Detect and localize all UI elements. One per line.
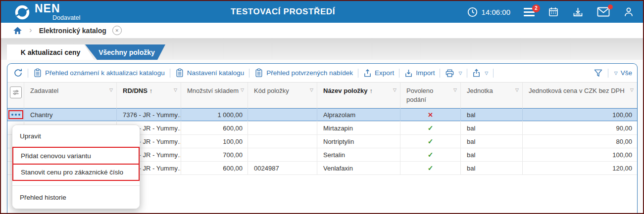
check-icon: ✓ — [400, 122, 461, 134]
document-icon — [175, 68, 184, 78]
filter-triangle-icon[interactable]: ▽ — [393, 87, 396, 93]
cell-jednotka: bal — [461, 108, 523, 121]
header-rd-dns[interactable]: RD/DNS↑ ▽ — [117, 83, 181, 108]
notifications-badge: 2 — [532, 4, 540, 12]
app-window: NEN Dodavatel TESTOVACÍ PROSTŘEDÍ 14:06:… — [0, 0, 644, 214]
user-profile-icon[interactable] — [623, 6, 634, 17]
filter-triangle-icon[interactable]: ▽ — [174, 87, 177, 93]
filter-triangle-icon[interactable]: ▽ — [630, 87, 634, 93]
cell-mnozstvi: 600,00 — [181, 122, 248, 134]
breadcrumb-chevron-icon: › — [29, 25, 32, 35]
filter-triangle-icon[interactable]: ▽ — [310, 87, 313, 93]
filter-triangle-icon[interactable]: ▽ — [109, 87, 113, 93]
cell-kod — [248, 148, 317, 161]
menu-item-pridat-cenovou-variantu[interactable]: Přidat cenovou variantu — [12, 147, 140, 165]
row-actions-button[interactable] — [8, 110, 23, 119]
share-dropdown-icon: ▽ — [485, 71, 488, 76]
environment-title: TESTOVACÍ PROSTŘEDÍ — [231, 1, 335, 23]
refresh-icon — [13, 68, 23, 78]
session-time: 14:06:00 — [467, 7, 510, 17]
tab-vsechny-polozky[interactable]: Všechny položky — [85, 44, 165, 60]
filter-triangle-icon[interactable]: ▽ — [241, 87, 244, 93]
view-all-dropdown-icon: ▽ — [614, 71, 618, 76]
print-button[interactable]: ▽ — [445, 69, 462, 78]
topbar-actions: 14:06:00 2 — [467, 1, 634, 23]
row-context-menu: Upravit Přidat cenovou variantu Stanovit… — [12, 125, 140, 209]
import-label: Import — [416, 69, 435, 77]
calendar-icon[interactable] — [548, 6, 559, 17]
menu-item-stanovit-cenu[interactable]: Stanovit cenu pro zákaznické číslo — [12, 164, 140, 181]
cell-nazev: Venlafaxin — [317, 162, 400, 174]
check-icon: ✓ — [400, 162, 461, 174]
menu-spacer — [12, 181, 140, 185]
clock-icon — [467, 7, 478, 17]
toolbar: Přehled oznámení k aktualizaci katalogu … — [7, 64, 637, 82]
filter-button[interactable] — [594, 69, 603, 78]
cell-cena: 90,00 — [523, 122, 637, 134]
print-dropdown-icon: ▽ — [458, 71, 462, 76]
toolbar-separator — [440, 69, 440, 78]
cell-mnozstvi: 600,00 — [181, 162, 248, 174]
prehled-potvrzenych-label: Přehled potvrzených nabídek — [266, 69, 353, 77]
notifications-menu-icon[interactable]: 2 — [524, 8, 535, 16]
export-label: Export — [375, 69, 394, 77]
brand-block: NEN Dodavatel — [35, 3, 80, 21]
prehled-potvrzenych-button[interactable]: Přehled potvrzených nabídek — [254, 68, 353, 78]
cell-nazev: Nortriptylin — [317, 135, 400, 148]
header-jednotka[interactable]: Jednotka ▽ — [461, 83, 523, 108]
cell-cena: 80,00 — [523, 135, 637, 148]
nen-logo[interactable]: NEN Dodavatel — [14, 3, 80, 21]
import-icon — [404, 69, 413, 78]
nastaveni-katalogu-button[interactable]: Nastavení katalogu — [175, 68, 245, 78]
mail-icon[interactable] — [597, 7, 610, 17]
cell-mnozstvi: 1 000,00 — [181, 108, 248, 121]
nen-logo-icon — [14, 4, 31, 21]
column-settings-header — [7, 83, 24, 108]
cell-kod — [248, 108, 317, 121]
menu-item-prehled-historie[interactable]: Přehled historie — [12, 186, 140, 209]
mail-unread-badge — [608, 4, 613, 9]
check-icon: ✓ — [400, 148, 461, 161]
breadcrumb-page-label[interactable]: Elektronický katalog — [39, 27, 106, 35]
toolbar-separator — [493, 69, 494, 78]
header-mnozstvi-skladem[interactable]: Množství skladem ▽ — [181, 83, 248, 108]
toolbar-separator — [399, 69, 399, 78]
header-povoleno-podani[interactable]: Povoleno podání ▽ — [400, 83, 461, 108]
menu-item-upravit[interactable]: Upravit — [12, 125, 140, 147]
inbox-download-icon[interactable] — [572, 6, 584, 18]
column-settings-icon[interactable] — [10, 86, 22, 98]
printer-icon — [445, 69, 454, 78]
filter-triangle-icon[interactable]: ▽ — [453, 87, 457, 93]
toolbar-right-group: ▽ Vše — [594, 69, 632, 78]
tab-k-aktualizaci-ceny[interactable]: K aktualizaci ceny — [7, 44, 94, 60]
share-button[interactable]: ▽ — [472, 69, 488, 78]
refresh-button[interactable] — [13, 68, 23, 78]
view-all-button[interactable]: ▽ Vše — [613, 69, 632, 77]
table-row[interactable]: Chantry 7376 - JR - Yummy… 1 000,00 Alpr… — [7, 108, 637, 122]
header-jednotkova-cena[interactable]: Jednotková cena v CZK bez DPH ▽ — [523, 83, 637, 108]
cell-kod — [248, 135, 317, 148]
header-kod-polozky[interactable]: Kód položky ▽ — [248, 83, 317, 108]
brand-name: NEN — [35, 3, 80, 14]
cell-cena: 120,00 — [523, 162, 637, 174]
cell-kod — [248, 122, 317, 134]
export-icon — [363, 69, 372, 78]
header-zadavatel[interactable]: Zadavatel ▽ — [24, 83, 117, 108]
breadcrumb-close-icon[interactable]: ✕ — [112, 26, 122, 35]
cell-rd-dns: 7376 - JR - Yummy… — [117, 108, 181, 121]
cell-nazev: Mirtazapin — [317, 122, 400, 134]
toolbar-separator — [28, 69, 28, 78]
table-header-row: Zadavatel ▽ RD/DNS↑ ▽ Množství skladem ▽… — [7, 82, 637, 108]
header-nazev-polozky[interactable]: Název položky↑ ▽ — [317, 83, 400, 108]
check-icon: ✓ — [400, 135, 461, 148]
funnel-icon — [594, 69, 603, 78]
cell-zadavatel: Chantry — [24, 108, 117, 121]
filter-triangle-icon[interactable]: ▽ — [515, 87, 519, 93]
home-icon[interactable] — [13, 26, 22, 35]
prehled-oznameni-button[interactable]: Přehled oznámení k aktualizaci katalogu — [33, 68, 165, 78]
import-button[interactable]: Import — [404, 69, 435, 78]
cell-cena: 100,00 — [523, 108, 637, 121]
cell-nazev: Alprazolam — [317, 108, 400, 121]
export-button[interactable]: Export — [363, 69, 394, 78]
toolbar-separator — [467, 69, 467, 78]
